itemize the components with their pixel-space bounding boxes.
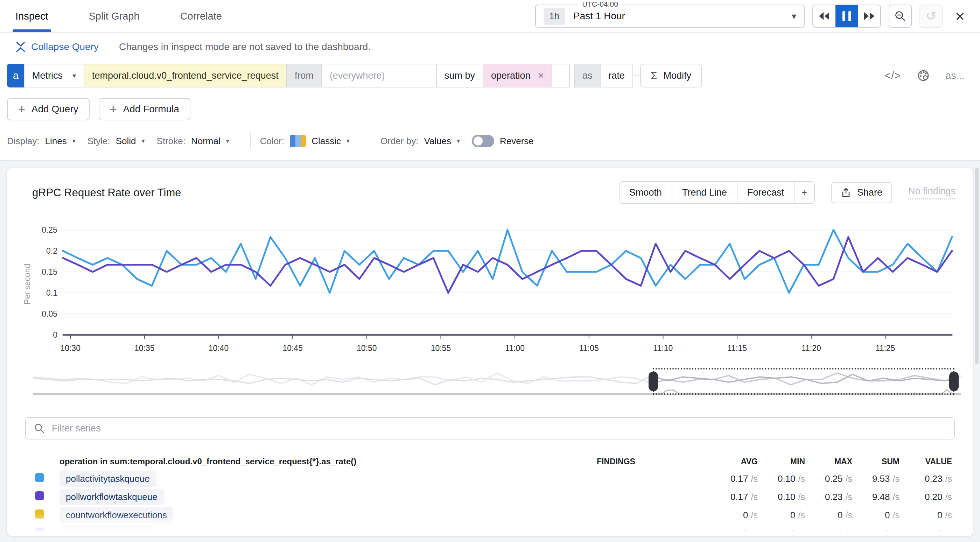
pause-button[interactable] [835,5,858,27]
svg-text:11:10: 11:10 [654,343,673,353]
order-by-dropdown[interactable]: Order by: Values ▾ [380,136,460,146]
svg-text:11:05: 11:05 [579,343,599,353]
plus-icon: + [110,103,117,115]
forward-button[interactable] [858,5,880,27]
sum-by-label[interactable]: sum by [436,64,484,87]
brush-handle-left[interactable] [649,372,658,391]
color-value: Classic [312,136,341,146]
svg-text:11:20: 11:20 [802,343,821,353]
reverse-label: Reverse [500,136,534,146]
series-name[interactable]: pollworkflowtaskqueue [59,489,164,505]
max-header[interactable]: MAX [805,457,852,466]
table-row: pollworkflowtaskqueue 0.17/s 0.10/s 0.23… [35,488,952,506]
time-controls: UTC-04:00 1h Past 1 Hour ▾ [535,5,965,28]
remove-tag-icon[interactable]: × [538,70,544,81]
trend-line-button[interactable]: Trend Line [672,182,737,203]
add-buttons-row: + Add Query + Add Formula [7,98,965,120]
refresh-button[interactable]: ↺ [920,5,943,28]
min-header[interactable]: MIN [758,457,805,466]
reverse-toggle[interactable] [472,135,494,147]
display-label: Display: [7,136,39,146]
add-query-label: Add Query [32,103,78,115]
rewind-icon [817,11,831,21]
svg-text:10:35: 10:35 [134,343,155,353]
add-formula-button[interactable]: + Add Formula [99,98,190,120]
scrollbar-thumb[interactable] [975,168,978,364]
share-label: Share [857,187,882,198]
findings-header[interactable]: FINDINGS [527,457,705,466]
svg-text:10:45: 10:45 [282,343,303,353]
brush-handle-right[interactable] [949,372,959,391]
search-icon [33,423,45,434]
chevron-down-icon: ▾ [72,137,76,145]
code-icon[interactable]: </> [885,70,901,81]
collapse-query-link[interactable]: Collapse Query [15,41,99,52]
avg-header[interactable]: AVG [705,457,758,466]
graph-header: gRPC Request Rate over Time Smooth Trend… [7,168,973,204]
modify-button[interactable]: Σ Modify [640,64,702,87]
tab-correlate[interactable]: Correlate [180,0,222,32]
scope-filter-input[interactable] [321,64,437,87]
graph-header-actions: Smooth Trend Line Forecast + Share No fi… [619,181,956,204]
rewind-button[interactable] [813,5,835,27]
as-more-link[interactable]: as... [945,70,965,81]
time-range-selector[interactable]: UTC-04:00 1h Past 1 Hour ▾ [535,5,805,28]
modify-label: Modify [663,70,691,81]
series-color-swatch[interactable] [35,528,44,536]
tab-inspect[interactable]: Inspect [15,0,48,32]
group-by-tag[interactable]: operation × [483,64,552,87]
stroke-dropdown[interactable]: Stroke: Normal ▾ [157,136,229,146]
graph-title: gRPC Request Rate over Time [32,186,181,199]
series-name[interactable]: countworkflowexecutions [59,507,173,523]
share-icon [841,188,851,198]
value-cell: 0/s [899,510,952,521]
series-color-swatch[interactable] [35,473,44,482]
min-cell: 0/s [758,510,805,521]
zoom-out-icon [894,10,906,22]
svg-text:11:00: 11:00 [505,343,525,353]
sum-cell: 9.53/s [852,474,899,484]
add-query-button[interactable]: + Add Query [7,98,90,120]
smooth-button[interactable]: Smooth [619,182,672,203]
rate-unit-box[interactable]: rate [600,64,633,87]
zoom-out-button[interactable] [889,5,912,28]
forecast-button[interactable]: Forecast [737,182,794,203]
mode-tabs: Inspect Split Graph Correlate [15,0,222,32]
close-button[interactable]: × [955,8,965,24]
divider [250,133,251,149]
share-button[interactable]: Share [831,182,892,203]
series-color-swatch[interactable] [35,491,44,501]
avg-cell: 0/s [705,510,758,521]
min-cell: 0.10/s [758,474,805,484]
color-dropdown[interactable]: Color: Classic ▾ [260,135,350,147]
main-chart[interactable]: 00.050.10.150.20.2510:3010:3510:4010:451… [21,219,959,361]
query-letter-badge[interactable]: a [7,64,24,87]
sum-header[interactable]: SUM [852,457,899,466]
time-brush-selection[interactable] [653,368,955,395]
series-color-swatch[interactable] [35,509,44,518]
tab-split-graph[interactable]: Split Graph [89,0,140,32]
display-dropdown[interactable]: Display: Lines ▾ [7,136,76,146]
series-name[interactable]: describenamespace [59,525,154,536]
graph-stage: gRPC Request Rate over Time Smooth Trend… [0,161,980,542]
series-name[interactable]: pollactivitytaskqueue [59,470,156,487]
group-by-add-stub[interactable] [552,64,570,87]
fast-forward-icon [862,11,876,21]
palette-icon[interactable] [916,68,931,83]
max-cell: 0/s [805,510,852,521]
style-dropdown[interactable]: Style: Solid ▾ [88,136,145,146]
plus-icon: + [18,103,25,115]
sum-cell: 0/s [852,528,899,536]
scope-filter-text[interactable] [330,70,428,81]
data-source-select[interactable]: Metrics ▾ [24,64,84,87]
svg-text:0.05: 0.05 [41,309,57,318]
chevron-down-icon: ▾ [347,137,350,145]
add-tool-button[interactable]: + [794,182,814,203]
query-side-icons: </> as... [885,68,965,83]
collapse-icon [15,41,26,52]
refresh-icon: ↺ [926,9,936,24]
filter-series-input[interactable] [52,423,947,434]
metric-name-field[interactable]: temporal.cloud.v0_frontend_service_reque… [84,64,287,87]
chevron-down-icon: ▾ [142,137,145,145]
value-header[interactable]: VALUE [899,457,952,466]
